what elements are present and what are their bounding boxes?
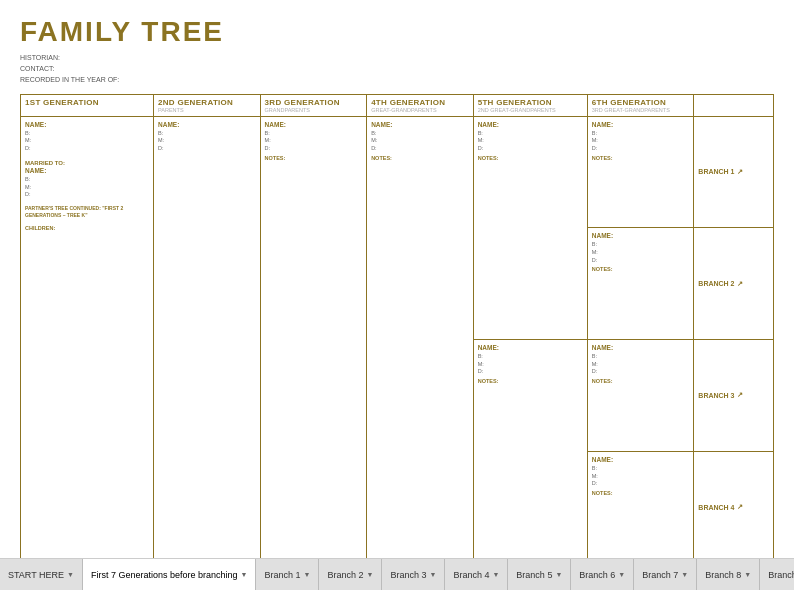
gen4-cell: NAME: B: M: D: NOTES: — [367, 116, 474, 558]
tab-branch1[interactable]: Branch 1 ▼ — [256, 559, 319, 590]
gen1-b2: B: — [25, 176, 149, 184]
gen4-m: M: — [371, 137, 469, 145]
tab-first-7-gen[interactable]: First 7 Generations before branching ▼ — [83, 559, 257, 590]
gen5-top-d: D: — [478, 145, 583, 153]
branch1-label[interactable]: BRANCH 1 ↗ — [698, 168, 769, 176]
gen1-b: B: — [25, 130, 149, 138]
branch1-link-icon: ↗ — [737, 168, 743, 176]
married-to-label: MARRIED TO: — [25, 159, 149, 167]
gen1-d2: D: — [25, 191, 149, 199]
tab-branch-amp[interactable]: Branch & ▼ — [760, 559, 794, 590]
gen1-name-label: NAME: — [25, 121, 149, 128]
gen6-1-m: M: — [592, 137, 690, 145]
gen5-top-notes: NOTES: — [478, 155, 583, 161]
tab-branch1-arrow: ▼ — [304, 571, 311, 578]
header-row: 1ST GENERATION 2ND GENERATION PARENTS 3R… — [21, 94, 774, 116]
family-tree-table: 1ST GENERATION 2ND GENERATION PARENTS 3R… — [20, 94, 774, 558]
tab-first-7-gen-arrow: ▼ — [241, 571, 248, 578]
tab-branch8-label: Branch 8 — [705, 570, 741, 580]
document-area: FAMILY TREE HISTORIAN: CONTACT: RECORDED… — [0, 0, 794, 558]
gen1-m: M: — [25, 137, 149, 145]
tab-branch5-arrow: ▼ — [555, 571, 562, 578]
gen6-3-b: B: — [592, 353, 690, 361]
gen5-bot-name: NAME: — [478, 344, 583, 351]
tab-branch-amp-label: Branch & — [768, 570, 794, 580]
gen6-3-notes: NOTES: — [592, 378, 690, 384]
gen5-top-b: B: — [478, 130, 583, 138]
gen2-d: D: — [158, 145, 256, 153]
tab-bar: START HERE ▼ First 7 Generations before … — [0, 558, 794, 590]
gen6-2-name: NAME: — [592, 232, 690, 239]
main-content: FAMILY TREE HISTORIAN: CONTACT: RECORDED… — [0, 0, 794, 558]
gen6-1-b: B: — [592, 130, 690, 138]
document-title: FAMILY TREE — [20, 16, 774, 48]
tab-branch2-label: Branch 2 — [327, 570, 363, 580]
tab-branch7-arrow: ▼ — [681, 571, 688, 578]
tab-start-here[interactable]: START HERE ▼ — [0, 559, 83, 590]
gen5-top-cell: NAME: B: M: D: NOTES: — [473, 116, 587, 340]
gen2-title: 2ND GENERATION — [158, 98, 256, 107]
gen3-sub: GRANDPARENTS — [265, 107, 363, 113]
tab-start-here-label: START HERE — [8, 570, 64, 580]
branch3-label[interactable]: BRANCH 3 ↗ — [698, 391, 769, 399]
recorded-label: RECORDED IN THE YEAR OF: — [20, 76, 119, 83]
branch4-link-icon: ↗ — [737, 503, 743, 511]
header-branch — [694, 94, 774, 116]
gen6-1-name: NAME: — [592, 121, 690, 128]
gen3-notes: NOTES: — [265, 155, 363, 161]
branch2-link-icon: ↗ — [737, 280, 743, 288]
branch4-cell: BRANCH 4 ↗ — [694, 451, 774, 558]
gen1-m2: M: — [25, 184, 149, 192]
gen3-cell: NAME: B: M: D: NOTES: — [260, 116, 367, 558]
gen6-cell-4: NAME: B: M: D: NOTES: — [587, 451, 694, 558]
branch2-label[interactable]: BRANCH 2 ↗ — [698, 280, 769, 288]
gen6-4-b: B: — [592, 465, 690, 473]
header-gen4: 4TH GENERATION GREAT-GRANDPARENTS — [367, 94, 474, 116]
branch3-cell: BRANCH 3 ↗ — [694, 340, 774, 452]
gen3-m: M: — [265, 137, 363, 145]
partner-link[interactable]: PARTNER'S TREE CONTINUED: "FIRST 2 GENER… — [25, 205, 149, 219]
table-row: NAME: B: M: D: MARRIED TO: NAME: B: M: D… — [21, 116, 774, 228]
header-gen3: 3RD GENERATION GRANDPARENTS — [260, 94, 367, 116]
tab-branch8-arrow: ▼ — [744, 571, 751, 578]
header-gen2: 2ND GENERATION PARENTS — [154, 94, 261, 116]
gen4-title: 4TH GENERATION — [371, 98, 469, 107]
app-container: FAMILY TREE HISTORIAN: CONTACT: RECORDED… — [0, 0, 794, 590]
gen5-title: 5TH GENERATION — [478, 98, 583, 107]
gen2-sub: PARENTS — [158, 107, 256, 113]
gen5-bottom-cell: NAME: B: M: D: NOTES: — [473, 340, 587, 558]
gen3-name-label: NAME: — [265, 121, 363, 128]
gen4-sub: GREAT-GRANDPARENTS — [371, 107, 469, 113]
gen6-cell-2: NAME: B: M: D: NOTES: — [587, 228, 694, 340]
tab-branch6-label: Branch 6 — [579, 570, 615, 580]
branch2-cell: BRANCH 2 ↗ — [694, 228, 774, 340]
tab-branch2[interactable]: Branch 2 ▼ — [319, 559, 382, 590]
document-meta: HISTORIAN: CONTACT: RECORDED IN THE YEAR… — [20, 52, 774, 86]
historian-label: HISTORIAN: — [20, 54, 60, 61]
gen6-4-name: NAME: — [592, 456, 690, 463]
tab-branch2-arrow: ▼ — [366, 571, 373, 578]
tab-branch4[interactable]: Branch 4 ▼ — [445, 559, 508, 590]
tab-branch7[interactable]: Branch 7 ▼ — [634, 559, 697, 590]
gen6-cell-1: NAME: B: M: D: NOTES: — [587, 116, 694, 228]
tab-branch1-label: Branch 1 — [264, 570, 300, 580]
gen4-b: B: — [371, 130, 469, 138]
tab-branch8[interactable]: Branch 8 ▼ — [697, 559, 760, 590]
gen5-top-m: M: — [478, 137, 583, 145]
header-gen1: 1ST GENERATION — [21, 94, 154, 116]
gen1-title: 1ST GENERATION — [25, 98, 149, 107]
tab-branch3[interactable]: Branch 3 ▼ — [382, 559, 445, 590]
tab-branch5[interactable]: Branch 5 ▼ — [508, 559, 571, 590]
gen3-title: 3RD GENERATION — [265, 98, 363, 107]
tab-first-7-gen-label: First 7 Generations before branching — [91, 570, 238, 580]
gen6-4-notes: NOTES: — [592, 490, 690, 496]
gen5-sub: 2ND GREAT-GRANDPARENTS — [478, 107, 583, 113]
tab-branch5-label: Branch 5 — [516, 570, 552, 580]
gen6-2-notes: NOTES: — [592, 266, 690, 272]
tab-branch6[interactable]: Branch 6 ▼ — [571, 559, 634, 590]
gen6-3-d: D: — [592, 368, 690, 376]
gen6-sub: 3RD GREAT-GRANDPARENTS — [592, 107, 690, 113]
branch3-link-icon: ↗ — [737, 391, 743, 399]
branch4-label[interactable]: BRANCH 4 ↗ — [698, 503, 769, 511]
gen6-4-m: M: — [592, 473, 690, 481]
